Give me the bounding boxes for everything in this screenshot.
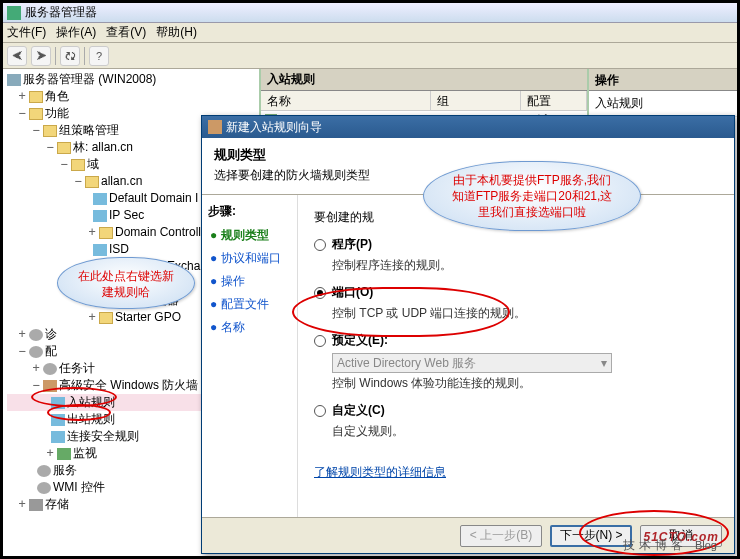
radio-custom[interactable] [314, 405, 326, 417]
actions-header: 操作 [589, 69, 737, 91]
help-button[interactable]: ? [89, 46, 109, 66]
menu-file[interactable]: 文件(F) [7, 24, 46, 41]
back-button[interactable]: ⮜ [7, 46, 27, 66]
back-button-wizard: < 上一步(B) [460, 525, 542, 547]
step-protocol[interactable]: ● 协议和端口 [208, 247, 291, 270]
col-group[interactable]: 组 [431, 91, 521, 110]
callout-left: 在此处点右键选新 建规则哈 [57, 257, 195, 309]
refresh-button[interactable]: 🗘 [60, 46, 80, 66]
actions-section: 入站规则 [589, 91, 737, 117]
wizard-title: 新建入站规则向导 [226, 119, 322, 136]
col-profile[interactable]: 配置 [521, 91, 587, 110]
menu-bar: 文件(F) 操作(A) 查看(V) 帮助(H) [3, 23, 737, 43]
step-profile[interactable]: ● 配置文件 [208, 293, 291, 316]
wizard-heading: 规则类型 [214, 146, 722, 164]
menu-action[interactable]: 操作(A) [56, 24, 96, 41]
step-action[interactable]: ● 操作 [208, 270, 291, 293]
step-name[interactable]: ● 名称 [208, 316, 291, 339]
forward-button[interactable]: ⮞ [31, 46, 51, 66]
menu-help[interactable]: 帮助(H) [156, 24, 197, 41]
col-name[interactable]: 名称 [261, 91, 431, 110]
window-titlebar: 服务器管理器 [3, 3, 737, 23]
wizard-main: 要创建的规 程序(P) 控制程序连接的规则。 端口(O) 控制 TCP 或 UD… [298, 195, 734, 517]
wizard-icon [208, 120, 222, 134]
watermark-sub: 技术博客 Blog [623, 535, 717, 554]
wizard-steps: 步骤: ● 规则类型 ● 协议和端口 ● 操作 ● 配置文件 ● 名称 [202, 195, 298, 517]
option-custom[interactable]: 自定义(C) [314, 402, 718, 419]
tree-root[interactable]: 服务器管理器 (WIN2008) [7, 71, 259, 88]
predefined-combo: Active Directory Web 服务▾ [332, 353, 612, 373]
window-title: 服务器管理器 [25, 4, 97, 21]
radio-port[interactable] [314, 287, 326, 299]
tree-roles[interactable]: +角色 [7, 88, 259, 105]
next-button[interactable]: 下一步(N) > [550, 525, 632, 547]
wizard-titlebar: 新建入站规则向导 [202, 116, 734, 138]
learn-more-link[interactable]: 了解规则类型的详细信息 [314, 464, 446, 481]
column-headers: 名称 组 配置 [261, 91, 587, 111]
menu-view[interactable]: 查看(V) [106, 24, 146, 41]
toolbar: ⮜ ⮞ 🗘 ? [3, 43, 737, 69]
step-rule-type[interactable]: ● 规则类型 [208, 224, 291, 247]
option-port[interactable]: 端口(O) [314, 284, 718, 301]
radio-program[interactable] [314, 239, 326, 251]
radio-predefined[interactable] [314, 335, 326, 347]
chevron-down-icon: ▾ [601, 356, 607, 370]
option-program[interactable]: 程序(P) [314, 236, 718, 253]
list-header: 入站规则 [261, 69, 587, 91]
app-icon [7, 6, 21, 20]
callout-right: 由于本机要提供FTP服务,我们 知道FTP服务走端口20和21,这 里我们直接选… [423, 161, 641, 231]
option-predefined[interactable]: 预定义(E): [314, 332, 718, 349]
